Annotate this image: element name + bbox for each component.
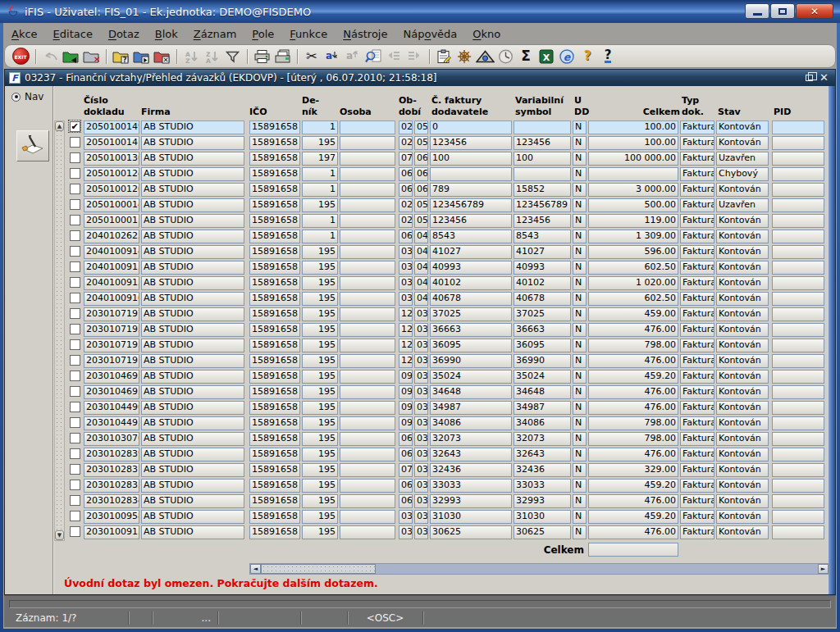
cell-ob1[interactable]: 12 (399, 323, 413, 337)
cell-vs[interactable]: 33033 (514, 479, 571, 493)
cell-firma[interactable]: AB STUDIO (141, 230, 244, 243)
cell-denik[interactable]: 195 (302, 276, 338, 290)
cell-ob2[interactable]: 04 (414, 292, 428, 306)
sort-asc-icon[interactable]: AZ (181, 47, 201, 66)
cell-pid[interactable] (772, 385, 824, 399)
cell-stav[interactable]: Kontován (716, 479, 769, 493)
cell-ob1[interactable]: 09 (399, 370, 413, 384)
cell-udd[interactable]: N (573, 183, 587, 197)
row-checkbox[interactable] (69, 230, 80, 241)
cell-ob2[interactable]: 06 (414, 183, 428, 197)
cell-ico[interactable]: 15891658 (249, 292, 300, 306)
checkbox-icon[interactable] (70, 230, 80, 241)
row-checkbox[interactable] (69, 152, 80, 163)
checkbox-icon[interactable] (70, 355, 80, 366)
cell-denik[interactable]: 195 (302, 479, 338, 493)
cell-cislo[interactable]: 2030104496 (84, 401, 139, 415)
copy-icon[interactable]: a (322, 47, 342, 66)
cell-cfakt[interactable]: 40993 (430, 261, 512, 275)
cell-udd[interactable]: N (573, 214, 587, 228)
cell-denik[interactable]: 195 (302, 525, 338, 539)
row-checkbox[interactable] (69, 354, 80, 366)
cell-osoba[interactable] (340, 463, 395, 477)
cell-cislo[interactable]: 2030104695 (84, 370, 139, 384)
cell-stav[interactable]: Kontován (716, 385, 769, 399)
cell-udd[interactable]: N (573, 292, 587, 306)
cell-ob2[interactable]: 03 (414, 510, 428, 524)
cell-udd[interactable]: N (573, 339, 587, 352)
cell-cfakt[interactable]: 36990 (430, 354, 512, 368)
checkbox-icon[interactable] (70, 495, 80, 506)
cell-firma[interactable]: AB STUDIO (141, 416, 244, 430)
cell-stav[interactable]: Uzavřen (716, 152, 769, 166)
print-icon[interactable] (252, 47, 272, 66)
cell-stav[interactable]: Kontován (716, 292, 769, 306)
cell-firma[interactable]: AB STUDIO (141, 494, 244, 508)
cell-cislo[interactable]: 2030107191 (84, 354, 139, 368)
row-checkbox[interactable] (69, 401, 80, 412)
cell-pid[interactable] (772, 354, 824, 368)
cell-cislo[interactable]: 2050100124 (84, 167, 139, 181)
row-checkbox[interactable] (69, 245, 80, 257)
cell-firma[interactable]: AB STUDIO (141, 525, 244, 539)
table-row[interactable]: 2030104496AB STUDIO158916581950903349873… (69, 401, 824, 416)
cell-denik[interactable]: 195 (302, 385, 338, 399)
cell-cislo[interactable]: 2030104493 (84, 416, 139, 430)
cell-pid[interactable] (772, 510, 824, 524)
cell-typ[interactable]: Faktura (680, 510, 714, 524)
cell-stav[interactable]: Kontován (716, 463, 769, 477)
cell-stav[interactable]: Kontován (716, 448, 769, 461)
checkbox-icon[interactable] (70, 137, 80, 148)
cell-celkem[interactable]: 602.50 (588, 292, 678, 306)
cell-udd[interactable]: N (573, 479, 587, 493)
cell-ob1[interactable]: 02 (399, 120, 413, 134)
menu-blok[interactable]: Blok (155, 28, 178, 40)
cell-stav[interactable]: Kontován (716, 230, 769, 243)
cell-pid[interactable] (772, 230, 824, 243)
cell-celkem[interactable]: 798.00 (588, 432, 678, 446)
cell-cfakt[interactable]: 32436 (430, 463, 512, 477)
checkbox-icon[interactable] (70, 184, 80, 194)
context-help-icon[interactable]: ? (578, 47, 597, 66)
cell-celkem[interactable]: 459.20 (588, 479, 678, 493)
table-row[interactable]: 2050100120AB STUDIO158916581060678915852… (69, 183, 824, 198)
cell-stav[interactable]: Kontován (716, 416, 769, 430)
cell-udd[interactable]: N (573, 198, 587, 212)
cell-pid[interactable] (772, 307, 824, 321)
cell-typ[interactable]: Faktura (680, 307, 714, 321)
cell-osoba[interactable] (340, 510, 395, 524)
cell-ico[interactable]: 15891658 (249, 167, 300, 181)
cell-celkem[interactable]: 476.00 (588, 354, 678, 368)
delete-record-icon[interactable]: ✕ (81, 47, 101, 66)
cell-cfakt[interactable]: 123456789 (430, 198, 512, 212)
minimize-button[interactable] (745, 3, 769, 19)
cell-udd[interactable]: N (573, 245, 587, 259)
cell-celkem[interactable]: 100 000.00 (588, 152, 678, 166)
checkbox-icon[interactable] (70, 480, 80, 490)
row-checkbox[interactable] (69, 525, 80, 537)
cell-cfakt[interactable]: 8543 (430, 230, 512, 243)
cell-celkem[interactable]: 476.00 (588, 494, 678, 508)
cell-cfakt[interactable]: 32993 (430, 494, 512, 508)
cell-denik[interactable]: 1 (302, 183, 338, 197)
enter-query-icon[interactable]: ? (111, 47, 130, 66)
cell-ico[interactable]: 15891658 (249, 230, 300, 243)
cell-firma[interactable]: AB STUDIO (141, 510, 244, 524)
nav-radio[interactable]: Nav (11, 91, 43, 102)
cell-osoba[interactable] (340, 448, 395, 461)
cell-vs[interactable]: 32436 (514, 463, 571, 477)
cell-udd[interactable]: N (573, 261, 587, 275)
cell-osoba[interactable] (340, 245, 395, 259)
cell-celkem[interactable]: 329.00 (588, 463, 678, 477)
find-icon[interactable] (363, 47, 383, 66)
cell-osoba[interactable] (340, 214, 395, 228)
table-row[interactable]: 2030104493AB STUDIO158916581950903340863… (69, 416, 824, 432)
cell-denik[interactable]: 195 (302, 292, 338, 306)
sort-desc-icon[interactable]: ZA (202, 47, 221, 66)
row-checkbox[interactable]: ✔ (69, 120, 80, 132)
cell-celkem[interactable]: 476.00 (588, 323, 678, 337)
cell-cislo[interactable]: 2030107195 (84, 323, 139, 337)
cell-stav[interactable]: Kontován (716, 183, 769, 197)
cell-udd[interactable]: N (573, 120, 587, 134)
cell-ob1[interactable]: 03 (399, 261, 413, 275)
